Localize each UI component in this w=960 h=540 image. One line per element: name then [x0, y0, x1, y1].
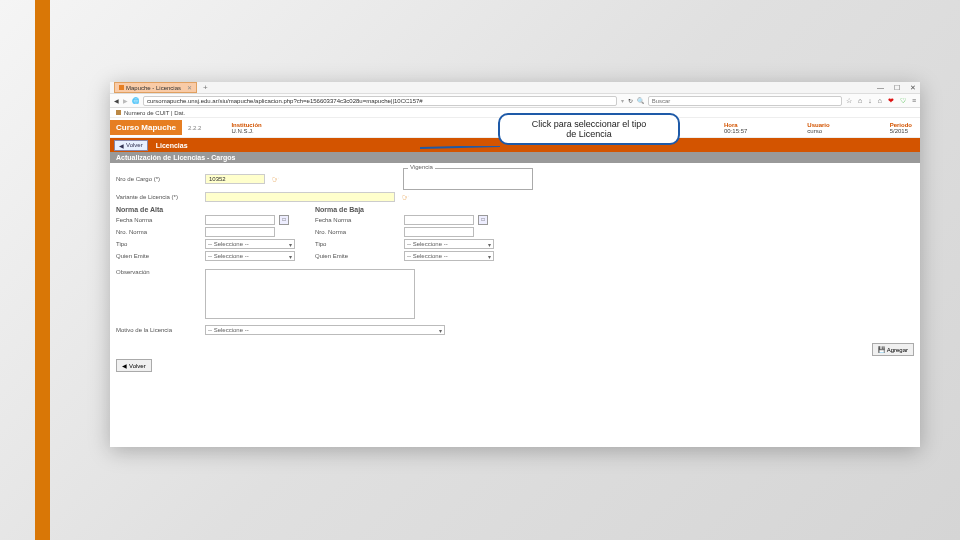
- tab-favicon-icon: [119, 85, 124, 90]
- nro-cargo-label: Nro de Cargo (*): [116, 176, 201, 182]
- periodo-value: 5/2015: [890, 128, 912, 134]
- chevron-down-icon: ▾: [289, 241, 292, 248]
- tab-title: Mapuche - Licencias: [126, 85, 181, 91]
- download-icon[interactable]: ↓: [868, 97, 872, 105]
- alta-fecha-input[interactable]: [205, 215, 275, 225]
- tab-close-icon[interactable]: ✕: [187, 84, 192, 91]
- menu-icon[interactable]: ≡: [912, 97, 916, 105]
- institucion-value: U.N.S.J.: [231, 128, 261, 134]
- agregar-label: Agregar: [887, 347, 908, 353]
- callout-text-1: Click para seleccionar el tipo: [506, 119, 672, 129]
- url-bar: ◀ ▶ 🌐 cursomapuche.unsj.edu.ar/siu/mapuc…: [110, 94, 920, 108]
- callout-text-2: de Licencia: [506, 129, 672, 139]
- alta-tipo-select[interactable]: -- Seleccione --▾: [205, 239, 295, 249]
- alta-tipo-label: Tipo: [116, 241, 201, 247]
- browser-tab[interactable]: Mapuche - Licencias ✕: [114, 82, 197, 93]
- new-tab-button[interactable]: +: [203, 83, 208, 92]
- back-arrow-icon: ◀: [119, 142, 124, 149]
- svg-line-0: [420, 146, 500, 148]
- agregar-button[interactable]: 💾 Agregar: [872, 343, 914, 356]
- baja-quien-label: Quien Emite: [315, 253, 400, 259]
- vigencia-fieldset: Vigencia: [403, 168, 533, 190]
- calendar-icon[interactable]: □: [279, 215, 289, 225]
- back-button[interactable]: ◀: [114, 97, 119, 104]
- breadcrumb: Licencias: [156, 142, 188, 149]
- chevron-down-icon: ▾: [488, 241, 491, 248]
- globe-icon: 🌐: [132, 97, 139, 104]
- reload-button[interactable]: ↻: [628, 97, 633, 104]
- window-maximize-icon[interactable]: ☐: [894, 84, 900, 92]
- form-area: Nro de Cargo (*) 10352 ☞ Vigencia Varian…: [110, 163, 920, 340]
- variante-input[interactable]: [205, 192, 395, 202]
- volver-bottom-label: Volver: [129, 363, 146, 369]
- star-icon[interactable]: ☆: [846, 97, 852, 105]
- usuario-value: curso: [807, 128, 829, 134]
- observacion-textarea[interactable]: [205, 269, 415, 319]
- baja-tipo-select[interactable]: -- Seleccione --▾: [404, 239, 494, 249]
- slide-accent-bar: [35, 0, 50, 540]
- norma-alta-title: Norma de Alta: [116, 206, 295, 213]
- chevron-down-icon: ▾: [488, 253, 491, 260]
- chevron-down-icon: ▾: [289, 253, 292, 260]
- baja-fecha-input[interactable]: [404, 215, 474, 225]
- alta-quien-select[interactable]: -- Seleccione --▾: [205, 251, 295, 261]
- bookmark-favicon-icon: [116, 110, 121, 115]
- tab-bar: Mapuche - Licencias ✕ + — ☐ ✕: [110, 82, 920, 94]
- variante-label: Variante de Licencia (*): [116, 194, 201, 200]
- alta-nro-input[interactable]: [205, 227, 275, 237]
- volver-label: Volver: [126, 142, 143, 148]
- motivo-select[interactable]: -- Seleccione --▾: [205, 325, 445, 335]
- search-icon: 🔍: [637, 97, 644, 104]
- shield-icon[interactable]: ♡: [900, 97, 906, 105]
- app-version: 2.2.2: [188, 125, 201, 131]
- alta-quien-label: Quien Emite: [116, 253, 201, 259]
- baja-fecha-label: Fecha Norma: [315, 217, 400, 223]
- baja-nro-input[interactable]: [404, 227, 474, 237]
- vigencia-label: Vigencia: [408, 164, 435, 170]
- forward-button[interactable]: ▶: [123, 97, 128, 104]
- norma-baja-column: Norma de Baja Fecha Norma□ Nro. Norma Ti…: [315, 206, 494, 263]
- instruction-callout: Click para seleccionar el tipo de Licenc…: [498, 113, 680, 145]
- calendar-icon[interactable]: □: [478, 215, 488, 225]
- norma-alta-column: Norma de Alta Fecha Norma□ Nro. Norma Ti…: [116, 206, 295, 263]
- baja-tipo-label: Tipo: [315, 241, 400, 247]
- window-close-icon[interactable]: ✕: [910, 84, 916, 92]
- save-icon: 💾: [878, 346, 885, 353]
- chevron-down-icon: ▾: [439, 327, 442, 334]
- picker-icon[interactable]: ☞: [272, 175, 279, 184]
- alta-fecha-label: Fecha Norma: [116, 217, 201, 223]
- home-icon[interactable]: ⌂: [878, 97, 882, 105]
- footer-buttons: 💾 Agregar: [110, 340, 920, 359]
- callout-pointer-line: [420, 146, 500, 161]
- nro-cargo-input[interactable]: 10352: [205, 174, 265, 184]
- app-title: Curso Mapuche: [110, 120, 182, 135]
- window-minimize-icon[interactable]: —: [877, 84, 884, 92]
- section-header: Actualización de Licencias - Cargos: [110, 152, 920, 163]
- alta-nro-label: Nro. Norma: [116, 229, 201, 235]
- hora-value: 00:15:57: [724, 128, 747, 134]
- bookmark-item[interactable]: Numero de CUIT | Dat.: [124, 110, 185, 116]
- back-arrow-icon: ◀: [122, 362, 127, 369]
- volver-bottom-button[interactable]: ◀ Volver: [116, 359, 152, 372]
- heart-icon[interactable]: ❤: [888, 97, 894, 105]
- variante-picker-icon[interactable]: ☞: [402, 193, 409, 202]
- dropdown-icon[interactable]: ▾: [621, 97, 624, 104]
- search-input[interactable]: [648, 96, 842, 106]
- volver-top-button[interactable]: ◀ Volver: [114, 140, 148, 151]
- observacion-label: Observación: [116, 269, 201, 275]
- motivo-label: Motivo de la Licencia: [116, 327, 201, 333]
- baja-nro-label: Nro. Norma: [315, 229, 400, 235]
- norma-baja-title: Norma de Baja: [315, 206, 494, 213]
- baja-quien-select[interactable]: -- Seleccione --▾: [404, 251, 494, 261]
- url-input[interactable]: cursomapuche.unsj.edu.ar/siu/mapuche/apl…: [143, 96, 617, 106]
- pocket-icon[interactable]: ⌂: [858, 97, 862, 105]
